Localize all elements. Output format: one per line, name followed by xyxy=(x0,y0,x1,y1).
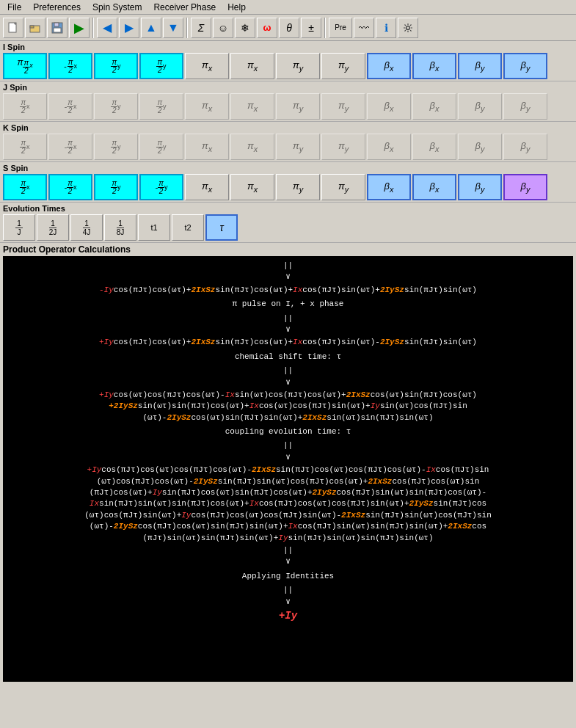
wave-button[interactable]: 〰 xyxy=(354,18,374,38)
j-spin-section: J Spin π2x -π2x π2y π2y πx πx πy πy βx β… xyxy=(0,81,576,122)
s-pi2y-btn[interactable]: π2y xyxy=(94,174,138,200)
j-pi2y-btn[interactable]: π2y xyxy=(94,93,138,120)
j-spin-label: J Spin xyxy=(3,83,573,92)
arrow-down-button[interactable]: ▼ xyxy=(163,18,183,38)
evo-t1-btn[interactable]: t1 xyxy=(138,214,170,241)
arrow-up-button[interactable]: ▲ xyxy=(141,18,161,38)
arrow-left-button[interactable]: ◀ xyxy=(97,18,117,38)
j-by2-btn[interactable]: βy xyxy=(503,93,547,120)
k-pi2x-btn[interactable]: π2x xyxy=(3,134,47,160)
product-operator-display[interactable]: ||∨ -Iycos(πJτ)cos(ωτ)+2IxSzsin(πJτ)cos(… xyxy=(3,256,573,682)
s-pi2x-btn[interactable]: π2x xyxy=(3,174,47,200)
arrow-down-6: ||∨ xyxy=(6,585,570,608)
label-coupling: coupling evolution time: τ xyxy=(6,426,570,437)
menubar: File Preferences Spin System Receiver Ph… xyxy=(0,0,576,15)
k-pi2y2-btn[interactable]: π2y xyxy=(139,134,183,160)
s-spin-label: S Spin xyxy=(3,164,573,172)
j-piy-btn[interactable]: πy xyxy=(276,93,320,120)
run-button[interactable]: ▶ xyxy=(69,18,90,38)
line-2: +Iycos(πJτ)cos(ωτ)+2IxSzsin(πJτ)cos(ωτ)+… xyxy=(6,337,570,348)
separator-3 xyxy=(324,18,326,38)
k-pix2-btn[interactable]: πx xyxy=(230,134,274,160)
i-by-btn[interactable]: βy xyxy=(458,53,502,79)
new-button[interactable] xyxy=(3,18,23,38)
i-pix2-btn[interactable]: πx xyxy=(230,53,274,79)
s-npi2y-btn[interactable]: -π2y xyxy=(139,174,183,200)
k-spin-label: K Spin xyxy=(3,123,573,132)
k-pix-btn[interactable]: πx xyxy=(185,134,229,160)
arrow-down-3: ||∨ xyxy=(6,365,570,388)
save-button[interactable] xyxy=(47,18,68,38)
i-piy2-btn[interactable]: πy xyxy=(321,53,365,79)
j-bx-btn[interactable]: βx xyxy=(367,93,411,120)
i-npi2x-btn[interactable]: -π2x xyxy=(48,53,92,79)
j-by-btn[interactable]: βy xyxy=(458,93,502,120)
k-by2-btn[interactable]: βy xyxy=(503,134,547,160)
omega-button[interactable]: ω xyxy=(257,18,277,38)
i-by2-btn[interactable]: βy xyxy=(503,53,547,79)
s-spin-buttons: π2x -π2x π2y -π2y πx πx πy πy βx βx βy β… xyxy=(3,174,573,200)
i-pi2y2-btn[interactable]: π2y xyxy=(139,53,183,79)
label-pi-pulse: π pulse on I, + x phase xyxy=(6,299,570,310)
j-piy2-btn[interactable]: πy xyxy=(321,93,365,120)
i-piy-btn[interactable]: πy xyxy=(276,53,320,79)
s-pix-btn[interactable]: πx xyxy=(185,174,229,200)
plusminus-button[interactable]: ± xyxy=(301,18,321,38)
i-pix-btn[interactable]: πx xyxy=(185,53,229,79)
smiley-button[interactable]: ☺ xyxy=(213,18,233,38)
s-pix2-btn[interactable]: πx xyxy=(230,174,274,200)
label-chem-shift: chemical shift time: τ xyxy=(6,352,570,363)
evo-8j-btn[interactable]: 18J xyxy=(104,214,136,241)
snowflake-button[interactable]: ❄ xyxy=(235,18,255,38)
open-button[interactable] xyxy=(25,18,45,38)
evolution-section: Evolution Times 1J 12J 14J 18J t1 t2 τ xyxy=(0,203,576,243)
evo-t2-btn[interactable]: t2 xyxy=(172,214,204,241)
pre-button[interactable]: Pre xyxy=(329,18,352,38)
k-bx-btn[interactable]: βx xyxy=(367,134,411,160)
svg-rect-3 xyxy=(30,26,34,28)
k-pi2y-btn[interactable]: π2y xyxy=(94,134,138,160)
i-spin-section: I Spin ππ2x -π2x π2y π2y πx πx πy πy βx … xyxy=(0,41,576,81)
arrow-down-5: ||∨ xyxy=(6,545,570,568)
line-final: +Iy xyxy=(6,609,570,624)
settings-button[interactable] xyxy=(398,18,418,38)
evo-tau-btn[interactable]: τ xyxy=(205,214,238,241)
theta-button[interactable]: θ xyxy=(279,18,299,38)
s-npi2x-btn[interactable]: -π2x xyxy=(48,174,92,200)
s-piy2-btn[interactable]: πy xyxy=(321,174,365,200)
s-bx-btn[interactable]: βx xyxy=(367,174,411,200)
k-piy-btn[interactable]: πy xyxy=(276,134,320,160)
i-bx-btn[interactable]: βx xyxy=(367,53,411,79)
s-piy-btn[interactable]: πy xyxy=(276,174,320,200)
s-by-btn[interactable]: βy xyxy=(458,174,502,200)
k-by-btn[interactable]: βy xyxy=(458,134,502,160)
j-bx2-btn[interactable]: βx xyxy=(412,93,456,120)
evo-4j-btn[interactable]: 14J xyxy=(70,214,103,241)
menu-preferences[interactable]: Preferences xyxy=(27,1,87,14)
j-pix2-btn[interactable]: πx xyxy=(230,93,274,120)
info-button[interactable]: ℹ xyxy=(376,18,396,38)
i-bx2-btn[interactable]: βx xyxy=(412,53,456,79)
menu-spin-system[interactable]: Spin System xyxy=(87,1,147,14)
sigma-button[interactable]: Σ xyxy=(191,18,211,38)
k-spin-section: K Spin π2x -π2x π2y π2y πx πx πy πy βx β… xyxy=(0,122,576,162)
s-bx2-btn[interactable]: βx xyxy=(412,174,456,200)
menu-receiver-phase[interactable]: Receiver Phase xyxy=(147,1,222,14)
i-pi2x-btn[interactable]: ππ2x xyxy=(3,53,47,79)
evo-2j-btn[interactable]: 12J xyxy=(37,214,69,241)
k-piy2-btn[interactable]: πy xyxy=(321,134,365,160)
evo-1j-btn[interactable]: 1J xyxy=(3,214,35,241)
menu-file[interactable]: File xyxy=(1,1,27,14)
product-operator-label: Product Operator Calculations xyxy=(3,244,573,255)
k-bx2-btn[interactable]: βx xyxy=(412,134,456,160)
arrow-right-button[interactable]: ▶ xyxy=(119,18,139,38)
k-npi2x-btn[interactable]: -π2x xyxy=(48,134,92,160)
j-pi2x-btn[interactable]: π2x xyxy=(3,93,47,120)
j-pi2y2-btn[interactable]: π2y xyxy=(139,93,183,120)
menu-help[interactable]: Help xyxy=(222,1,252,14)
j-npi2x-btn[interactable]: -π2x xyxy=(48,93,92,120)
i-pi2y-btn[interactable]: π2y xyxy=(94,53,138,79)
separator-2 xyxy=(186,18,188,38)
s-by2-btn[interactable]: βy xyxy=(503,174,547,200)
j-pix-btn[interactable]: πx xyxy=(185,93,229,120)
